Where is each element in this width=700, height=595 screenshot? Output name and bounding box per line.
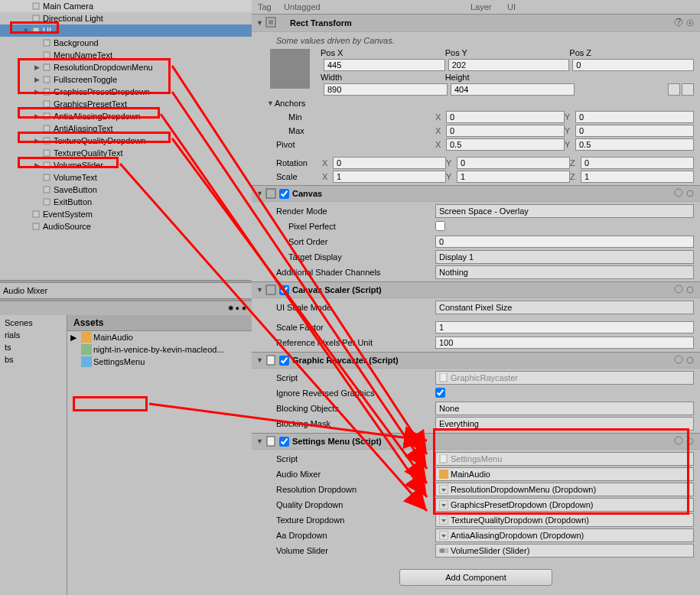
- expand-arrow-icon[interactable]: [32, 99, 41, 109]
- gear-icon[interactable]: [685, 18, 695, 28]
- expand-arrow-icon[interactable]: ▶: [32, 112, 41, 121]
- expand-arrow-icon[interactable]: ▶: [32, 161, 41, 170]
- project-folder[interactable]: ts: [2, 341, 65, 353]
- help-icon[interactable]: ?: [674, 18, 685, 28]
- hierarchy-item-background[interactable]: Background: [0, 37, 252, 49]
- raycaster-enable-checkbox[interactable]: [279, 356, 289, 366]
- height-input[interactable]: [451, 83, 575, 96]
- pixel-perfect-checkbox[interactable]: [435, 221, 445, 231]
- anchor-min-y[interactable]: [575, 111, 694, 123]
- ignore-reversed-checkbox[interactable]: [435, 388, 445, 398]
- pos-y-input[interactable]: [448, 59, 570, 71]
- hierarchy-item-eventsystem[interactable]: EventSystem: [0, 208, 252, 220]
- hierarchy-item-main camera[interactable]: Main Camera: [0, 0, 252, 12]
- gear-icon[interactable]: [685, 355, 695, 366]
- fold-icon[interactable]: ▼: [256, 356, 264, 364]
- hierarchy-item-antiaaliasingdropdown[interactable]: ▶AntiaAliasingDropdown: [0, 110, 252, 122]
- gear-icon[interactable]: [685, 284, 695, 295]
- hierarchy-item-savebutton[interactable]: SaveButton: [0, 184, 252, 196]
- expand-arrow-icon[interactable]: [21, 14, 31, 23]
- fold-icon[interactable]: ▼: [256, 286, 264, 294]
- expand-arrow-icon[interactable]: [21, 222, 31, 231]
- blueprint-mode-button[interactable]: [668, 83, 680, 96]
- script-field[interactable]: GraphicRaycaster: [435, 371, 694, 385]
- hierarchy-item-antialiasingtext[interactable]: AntiAliasingText: [0, 122, 252, 135]
- help-icon[interactable]: [674, 284, 685, 295]
- blocking-objects-dropdown[interactable]: None: [435, 402, 694, 415]
- sort-order-input[interactable]: [435, 236, 694, 248]
- pos-x-input[interactable]: [324, 59, 445, 71]
- project-folder[interactable]: Scenes: [2, 317, 65, 329]
- hierarchy-item-menunametext[interactable]: MenuNameText: [0, 49, 252, 61]
- fold-icon[interactable]: ▼: [256, 190, 264, 197]
- add-component-button[interactable]: Add Component: [399, 569, 552, 586]
- volume-slider-field[interactable]: VolumeSlider (Slider): [435, 544, 694, 558]
- ui-scale-mode-dropdown[interactable]: Constant Pixel Size: [435, 301, 694, 314]
- expand-arrow-icon[interactable]: ▶: [70, 333, 81, 343]
- target-display-dropdown[interactable]: Display 1: [435, 250, 694, 264]
- hierarchy-item-volumetext[interactable]: VolumeText: [0, 171, 252, 184]
- pivot-y[interactable]: [575, 138, 694, 151]
- fold-icon[interactable]: ▼: [256, 19, 264, 27]
- aa-dropdown-field[interactable]: AntiaAliasingDropdown (Dropdown): [435, 528, 694, 542]
- hierarchy-item-audiosource[interactable]: AudioSource: [0, 220, 252, 232]
- expand-arrow-icon[interactable]: [32, 173, 41, 182]
- hierarchy-item-resolutiondropdownmenu[interactable]: ▶ResolutionDropdownMenu: [0, 61, 252, 73]
- scale-factor-input[interactable]: [435, 321, 694, 333]
- expand-arrow-icon[interactable]: [32, 185, 41, 194]
- render-mode-dropdown[interactable]: Screen Space - Overlay: [435, 204, 694, 218]
- hierarchy-item-directional light[interactable]: Directional Light: [0, 12, 252, 24]
- help-icon[interactable]: [674, 355, 685, 366]
- expand-arrow-icon[interactable]: [32, 38, 41, 47]
- rot-x[interactable]: [333, 157, 446, 169]
- resolution-dropdown-field[interactable]: ResolutionDropdownMenu (Dropdown): [435, 483, 694, 496]
- scale-x[interactable]: [333, 171, 446, 183]
- help-icon[interactable]: [674, 436, 685, 447]
- anchor-preview[interactable]: [270, 49, 310, 89]
- rot-y[interactable]: [457, 157, 570, 169]
- width-input[interactable]: [324, 83, 448, 96]
- expand-arrow-icon[interactable]: [32, 50, 41, 60]
- hierarchy-item-texturequalitytext[interactable]: TextureQualityText: [0, 147, 252, 159]
- script-field[interactable]: SettingsMenu: [435, 452, 694, 466]
- scale-z[interactable]: [581, 171, 694, 183]
- canvas-enable-checkbox[interactable]: [279, 189, 289, 199]
- audio-mixer-field[interactable]: MainAudio: [435, 467, 694, 481]
- hierarchy-item-graphicspresettext[interactable]: GraphicsPresetText: [0, 98, 252, 110]
- audio-mixer-tab[interactable]: Audio Mixer: [0, 283, 252, 298]
- expand-arrow-icon[interactable]: ▶: [32, 87, 41, 96]
- ref-px-input[interactable]: [435, 337, 694, 349]
- expand-arrow-icon[interactable]: [21, 210, 31, 219]
- canvas-scaler-enable-checkbox[interactable]: [279, 285, 289, 295]
- fold-icon[interactable]: ▼: [256, 437, 264, 445]
- settings-menu-header[interactable]: ▼ Settings Menu (Script): [252, 433, 700, 450]
- gear-icon[interactable]: [685, 188, 695, 199]
- anchor-max-x[interactable]: [446, 125, 565, 137]
- anchor-min-x[interactable]: [446, 111, 565, 123]
- expand-arrow-icon[interactable]: ▶: [32, 63, 41, 72]
- expand-arrow-icon[interactable]: [32, 197, 41, 206]
- tag-value[interactable]: Untagged: [284, 2, 470, 11]
- asset-item[interactable]: ▶MainAudio: [67, 331, 252, 343]
- rect-transform-header[interactable]: ▼ Rect Transform ?: [252, 14, 700, 32]
- layer-value[interactable]: UI: [507, 2, 694, 11]
- hierarchy-item-texturequalitydropdown[interactable]: ▶TextureQualityDropdown: [0, 135, 252, 147]
- hierarchy-item-graphicspresetdropdown[interactable]: ▶GraphicsPresetDropdown: [0, 86, 252, 98]
- raw-edit-button[interactable]: [682, 83, 694, 96]
- blocking-mask-dropdown[interactable]: Everything: [435, 417, 694, 431]
- project-folder[interactable]: rials: [2, 329, 65, 341]
- texture-dropdown-field[interactable]: TextureQualityDropdown (Dropdown): [435, 513, 694, 527]
- hierarchy-item-volumeslider[interactable]: ▶VolumeSlider: [0, 159, 252, 171]
- expand-arrow-icon[interactable]: ▼: [21, 26, 31, 35]
- hierarchy-item-ui[interactable]: ▼UI: [0, 24, 252, 37]
- shader-channels-dropdown[interactable]: Nothing: [435, 265, 694, 279]
- hierarchy-item-fullscreentoggle[interactable]: ▶FullscreenToggle: [0, 73, 252, 86]
- graphic-raycaster-header[interactable]: ▼ Graphic Raycaster (Script): [252, 352, 700, 369]
- hierarchy-item-exitbutton[interactable]: ExitButton: [0, 196, 252, 208]
- expand-arrow-icon[interactable]: ▶: [32, 75, 41, 84]
- canvas-header[interactable]: ▼ Canvas: [252, 185, 700, 202]
- settings-menu-enable-checkbox[interactable]: [279, 437, 289, 447]
- scale-y[interactable]: [457, 171, 570, 183]
- expand-arrow-icon[interactable]: [21, 2, 31, 11]
- expand-arrow-icon[interactable]: [32, 148, 41, 158]
